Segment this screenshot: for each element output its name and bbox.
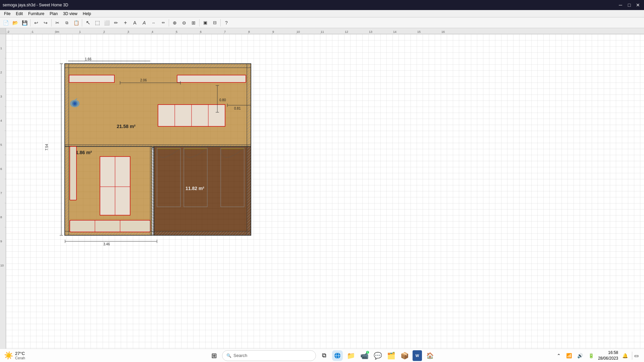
search-bar[interactable]: 🔍 Search <box>222 350 316 361</box>
svg-text:7: 7 <box>0 191 2 195</box>
svg-text:2: 2 <box>0 71 2 74</box>
svg-text:2: 2 <box>103 30 105 34</box>
temperature: 27°C <box>15 351 25 356</box>
video-call-icon[interactable]: 📹 2 <box>359 350 370 361</box>
svg-text:0.81: 0.81 <box>234 107 241 110</box>
svg-rect-94 <box>70 220 150 232</box>
select-tool[interactable]: ↖ <box>84 18 92 27</box>
svg-rect-108 <box>150 146 154 235</box>
start-button[interactable]: ⊞ <box>209 350 219 361</box>
svg-text:5: 5 <box>176 30 177 34</box>
cut-button[interactable]: ✂ <box>53 18 62 27</box>
create-polyline-tool[interactable]: ✏ <box>112 18 120 27</box>
create-wall-tool[interactable]: ⬚ <box>93 18 102 27</box>
save-button[interactable]: 💾 <box>20 18 29 27</box>
redo-button[interactable]: ↪ <box>41 18 50 27</box>
svg-text:3: 3 <box>127 30 129 34</box>
browser-icon[interactable] <box>332 350 343 361</box>
add-arrow-tool[interactable]: ↔ <box>149 18 158 27</box>
wifi-icon[interactable]: 📶 <box>565 352 573 360</box>
show-desktop[interactable]: ▭ <box>632 352 640 360</box>
svg-text:5: 5 <box>0 143 2 146</box>
add-text-italic[interactable]: A <box>140 18 149 27</box>
window-controls: ─ □ ✕ <box>617 2 641 8</box>
add-furniture-tool[interactable]: + <box>121 18 130 27</box>
sweethome-icon[interactable]: 🏠 <box>425 350 435 361</box>
view3d-button[interactable]: ▣ <box>201 18 210 27</box>
svg-text:1: 1 <box>0 47 2 50</box>
svg-text:15: 15 <box>417 30 421 34</box>
weather-widget[interactable]: ☀️ 27°C Cerah <box>4 351 25 360</box>
fit-view-button[interactable]: ⊞ <box>189 18 198 27</box>
svg-text:3: 3 <box>0 95 2 98</box>
svg-text:7: 7 <box>224 30 226 34</box>
view3d-detach[interactable]: ⊟ <box>210 18 219 27</box>
menu-edit[interactable]: Edit <box>13 11 25 17</box>
undo-button[interactable]: ↩ <box>32 18 41 27</box>
svg-rect-99 <box>247 146 251 235</box>
copy-button[interactable]: ⧉ <box>62 18 71 27</box>
close-button[interactable]: ✕ <box>635 2 641 8</box>
svg-text:3.46: 3.46 <box>103 242 110 246</box>
svg-text:14: 14 <box>393 30 396 34</box>
svg-text:0.80: 0.80 <box>219 98 226 102</box>
search-label: Search <box>233 353 247 358</box>
menu-plan[interactable]: Plan <box>47 11 60 17</box>
title-bar: semoga jaya.sh3d - Sweet Home 3D ─ □ ✕ <box>0 0 644 10</box>
room1-area: 21.58 m² <box>117 124 136 129</box>
svg-text:2.06: 2.06 <box>140 78 147 82</box>
separator-1 <box>30 19 31 26</box>
menu-3dview[interactable]: 3D view <box>60 11 80 17</box>
floor-plan-svg: 21.58 m² 2.06 1.66 0.80 0.81 <box>6 34 643 349</box>
canvas-container[interactable]: -2 -1 0m 1 2 3 4 5 6 7 8 9 10 11 12 13 1 <box>0 28 644 349</box>
taskbar-left: ☀️ 27°C Cerah <box>4 351 25 360</box>
svg-rect-100 <box>154 231 251 235</box>
time-display: 16:58 <box>598 350 618 356</box>
battery-icon[interactable]: 🔋 <box>587 352 595 360</box>
create-room-tool[interactable]: ⬜ <box>102 18 111 27</box>
zoom-in-button[interactable]: ⊕ <box>170 18 179 27</box>
svg-rect-63 <box>177 75 246 82</box>
svg-text:16: 16 <box>441 30 445 34</box>
messaging-icon[interactable]: 💬 <box>372 350 383 361</box>
minimize-button[interactable]: ─ <box>617 2 624 8</box>
task-view-button[interactable]: ⧉ <box>319 350 329 361</box>
svg-text:8: 8 <box>0 216 2 219</box>
help-button[interactable]: ? <box>222 18 231 27</box>
svg-text:10: 10 <box>0 264 4 267</box>
volume-icon[interactable]: 🔊 <box>576 352 584 360</box>
clock[interactable]: 16:58 28/06/2023 <box>598 350 618 361</box>
search-icon: 🔍 <box>226 353 231 358</box>
svg-point-115 <box>73 102 76 105</box>
separator-5 <box>199 19 200 26</box>
show-hidden-icons[interactable]: ⌃ <box>555 352 562 360</box>
dropbox-icon[interactable]: 📦 <box>399 350 410 361</box>
floor-plan[interactable]: 21.58 m² 2.06 1.66 0.80 0.81 <box>6 34 644 349</box>
word-icon[interactable]: W <box>413 350 422 361</box>
new-button[interactable]: 📄 <box>1 18 10 27</box>
notification-icon[interactable]: 🔔 <box>621 352 629 360</box>
add-text-tool[interactable]: A <box>130 18 139 27</box>
maximize-button[interactable]: □ <box>626 2 633 8</box>
file-manager-icon[interactable]: 📁 <box>345 350 356 361</box>
svg-text:12: 12 <box>345 30 348 34</box>
svg-text:10: 10 <box>297 30 300 34</box>
svg-rect-59 <box>65 64 251 68</box>
svg-text:1.66: 1.66 <box>85 57 92 61</box>
menu-file[interactable]: File <box>1 11 13 17</box>
svg-text:11: 11 <box>321 30 324 34</box>
separator-2 <box>51 19 52 26</box>
paste-button[interactable]: 📋 <box>72 18 80 27</box>
ruler-left: 1 2 3 4 5 6 7 8 9 10 <box>0 28 6 349</box>
menu-furniture[interactable]: Furniture <box>25 11 47 17</box>
menu-help[interactable]: Help <box>80 11 94 17</box>
date-display: 28/06/2023 <box>598 356 618 361</box>
weather-condition: Cerah <box>15 356 25 360</box>
zoom-out-button[interactable]: ⊖ <box>180 18 189 27</box>
explorer-icon[interactable]: 🗂️ <box>386 350 396 361</box>
taskbar-right: ⌃ 📶 🔊 🔋 16:58 28/06/2023 🔔 ▭ <box>555 350 640 361</box>
svg-text:1: 1 <box>79 30 81 34</box>
svg-rect-60 <box>247 64 251 147</box>
open-button[interactable]: 📂 <box>11 18 19 27</box>
add-dimension-tool[interactable]: ⇔ <box>159 18 167 27</box>
